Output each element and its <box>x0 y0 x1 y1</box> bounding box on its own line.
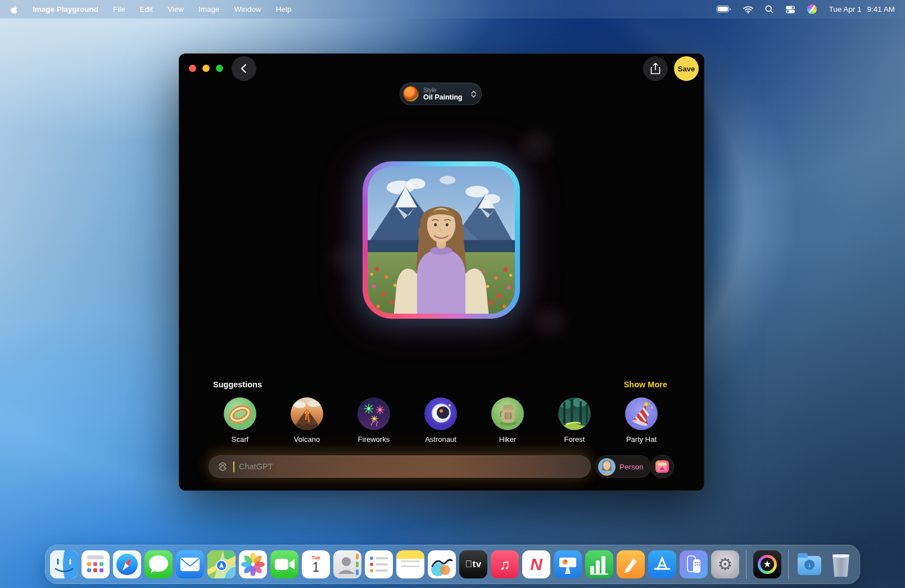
person-chip-label: Person <box>619 463 644 471</box>
suggestion-label: Forest <box>564 435 585 444</box>
volcano-icon <box>291 397 323 430</box>
menu-edit[interactable]: Edit <box>140 5 153 13</box>
wifi-icon[interactable] <box>743 6 753 13</box>
zoom-window-button[interactable] <box>216 65 223 72</box>
dock-app-music[interactable]: ♫ <box>491 550 519 578</box>
dock-app-appstore[interactable] <box>648 550 676 578</box>
dock: Tue 1 tv ♫ N ⚙ <box>45 545 860 584</box>
menu-window[interactable]: Window <box>234 5 261 13</box>
prompt-input[interactable]: ChatGPT <box>209 455 591 478</box>
canvas-glow-blob <box>533 307 565 336</box>
save-button[interactable]: Save <box>674 56 699 81</box>
dock-app-calendar[interactable]: Tue 1 <box>302 550 330 578</box>
style-picker[interactable]: Style Oil Painting <box>400 83 482 105</box>
chevron-up-down-icon <box>471 91 476 98</box>
suggestion-label: Volcano <box>294 435 320 444</box>
image-playground-icon <box>758 555 777 574</box>
chatgpt-icon <box>216 460 229 473</box>
image-playground-window: Save Style Oil Painting <box>179 53 704 491</box>
dock-app-contacts[interactable] <box>333 550 361 578</box>
style-picker-label: Style <box>423 87 467 93</box>
share-button[interactable] <box>643 56 668 81</box>
dock-app-photos[interactable] <box>239 550 267 578</box>
battery-icon[interactable] <box>717 6 731 13</box>
text-caret <box>233 462 234 472</box>
scarf-icon <box>224 397 256 430</box>
download-arrow-icon: ↓ <box>804 560 814 570</box>
dock-app-reminders[interactable] <box>365 550 393 578</box>
apple-logo-icon[interactable] <box>10 5 18 14</box>
back-button[interactable] <box>232 56 256 81</box>
suggestion-fireworks[interactable]: Fireworks <box>358 397 390 444</box>
forest-icon <box>558 397 591 430</box>
dock-app-facetime[interactable] <box>270 550 298 578</box>
menu-file[interactable]: File <box>113 5 125 13</box>
dock-app-keynote[interactable] <box>554 550 582 578</box>
canvas-glow-blob <box>521 131 552 159</box>
menu-bar-clock[interactable]: Tue Apr 1 9:41 AM <box>829 5 895 13</box>
person-chip[interactable]: Person <box>595 455 651 478</box>
dock-app-safari[interactable] <box>113 550 141 578</box>
close-window-button[interactable] <box>189 65 196 72</box>
suggestion-label: Party Hat <box>626 435 657 444</box>
image-playground-menu-icon[interactable] <box>807 4 817 14</box>
dock-app-pages[interactable] <box>617 550 645 578</box>
menu-help[interactable]: Help <box>276 5 292 13</box>
hiker-icon <box>491 397 524 430</box>
control-center-icon[interactable] <box>785 6 795 13</box>
dock-app-image-playground[interactable] <box>753 550 781 578</box>
dock-app-tv[interactable]: tv <box>459 550 487 578</box>
fireworks-icon <box>358 397 390 430</box>
party-hat-icon <box>625 397 658 430</box>
menu-bar-time: 9:41 AM <box>867 5 895 13</box>
suggestion-label: Scarf <box>232 435 248 444</box>
photo-picker-button[interactable] <box>650 455 674 478</box>
dock-app-maps[interactable] <box>207 550 236 578</box>
dock-app-system-settings[interactable]: ⚙ <box>711 550 739 578</box>
dock-app-notes[interactable] <box>396 550 424 578</box>
dock-app-messages[interactable] <box>144 550 173 578</box>
menu-image[interactable]: Image <box>198 5 220 13</box>
suggestion-forest[interactable]: Forest <box>558 397 591 444</box>
calendar-day: 1 <box>313 560 320 574</box>
dock-divider <box>746 550 746 579</box>
dock-app-launchpad[interactable] <box>82 550 110 578</box>
search-icon[interactable] <box>765 5 773 13</box>
suggestion-scarf[interactable]: Scarf <box>224 397 256 444</box>
minimize-window-button[interactable] <box>202 65 210 72</box>
generated-image <box>368 166 515 314</box>
suggestion-hiker[interactable]: Hiker <box>491 397 524 444</box>
suggestion-label: Hiker <box>499 435 516 444</box>
dock-app-freeform[interactable] <box>428 550 456 578</box>
menu-view[interactable]: View <box>168 5 184 13</box>
suggestion-astronaut[interactable]: Astronaut <box>424 397 457 444</box>
prompt-placeholder: ChatGPT <box>239 462 273 471</box>
dock-app-news[interactable]: N <box>522 550 550 578</box>
dock-app-iphone-mirroring[interactable] <box>680 550 708 578</box>
gear-icon: ⚙ <box>718 556 733 573</box>
dock-divider <box>788 550 789 579</box>
tv-logo: tv <box>465 559 481 570</box>
canvas-glow-blob <box>329 245 360 272</box>
menu-bar-date: Tue Apr 1 <box>829 5 861 13</box>
astronaut-icon <box>424 397 457 430</box>
person-avatar <box>598 458 616 476</box>
dock-app-mail[interactable] <box>176 550 204 578</box>
generated-image-frame[interactable] <box>363 161 520 319</box>
dock-downloads-folder[interactable]: ↓ <box>795 550 823 578</box>
suggestions-row: Scarf Volcano <box>224 397 658 444</box>
photos-icon <box>655 460 669 473</box>
suggestion-label: Fireworks <box>358 435 390 444</box>
suggestion-label: Astronaut <box>425 435 456 444</box>
oil-painting-style-icon <box>403 86 419 102</box>
trash-icon <box>831 554 850 577</box>
music-note-icon: ♫ <box>499 556 510 573</box>
dock-app-numbers[interactable] <box>585 550 613 578</box>
show-more-button[interactable]: Show More <box>624 380 667 389</box>
suggestion-party-hat[interactable]: Party Hat <box>625 397 658 444</box>
suggestion-volcano[interactable]: Volcano <box>291 397 323 444</box>
dock-app-finder[interactable] <box>50 550 78 578</box>
menu-bar-app-name[interactable]: Image Playground <box>33 5 98 13</box>
dock-trash[interactable] <box>827 550 855 578</box>
news-logo: N <box>530 555 542 574</box>
